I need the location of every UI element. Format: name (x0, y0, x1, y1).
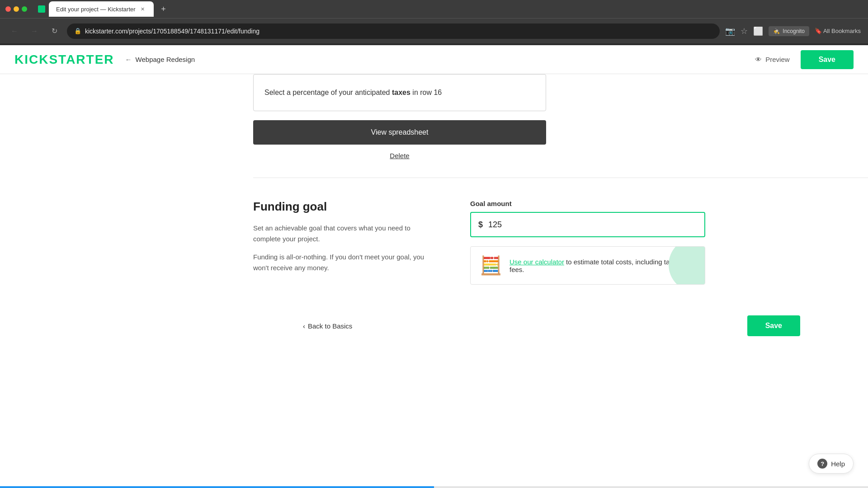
goal-amount-label: Goal amount (470, 200, 705, 207)
calculator-banner: 🧮 Use our calculator to estimate total c… (470, 246, 705, 285)
calculator-icon: 🧮 (480, 255, 502, 276)
funding-inner: Funding goal Set an achievable goal that… (253, 200, 705, 285)
main-content: Select a percentage of your anticipated … (0, 74, 868, 488)
hint-text: Select a percentage of your anticipated … (264, 87, 535, 98)
delete-link[interactable]: Delete (253, 152, 546, 160)
star-icon[interactable]: ☆ (741, 26, 748, 36)
goal-input-wrapper[interactable]: $ (470, 212, 705, 237)
back-to-basics-button[interactable]: ‹ Back to Basics (303, 322, 352, 330)
address-bar[interactable]: 🔒 kickstarter.com/projects/1705188549/17… (67, 23, 720, 39)
lock-icon: 🔒 (74, 28, 81, 34)
save-button-bottom[interactable]: Save (747, 315, 800, 336)
help-button[interactable]: ? Help (809, 454, 854, 474)
incognito-badge: 🕵 Incognito (769, 26, 809, 36)
bottom-actions: ‹ Back to Basics Save (303, 306, 818, 345)
back-button[interactable]: ← (7, 24, 22, 38)
help-label: Help (831, 460, 845, 468)
browser-actions: 📷 ☆ ⬜ 🕵 Incognito 🔖 All Bookmarks (725, 26, 861, 36)
calculator-link[interactable]: Use our calculator (509, 258, 564, 266)
window-close[interactable] (5, 6, 11, 12)
help-icon: ? (817, 459, 827, 469)
tax-hint-section: Select a percentage of your anticipated … (253, 74, 561, 160)
tab-favicon (38, 5, 45, 13)
new-tab-button[interactable]: + (157, 3, 170, 15)
window-maximize[interactable] (22, 6, 27, 12)
breadcrumb-text: Webpage Redesign (136, 56, 195, 63)
breadcrumb: ← Webpage Redesign (125, 56, 195, 63)
breadcrumb-arrow[interactable]: ← (125, 56, 132, 63)
calculator-decoration (669, 247, 705, 284)
browser-tab[interactable]: Edit your project — Kickstarter ✕ (49, 1, 154, 17)
camera-off-icon: 📷 (725, 26, 735, 36)
window-minimize[interactable] (14, 6, 19, 12)
preview-button[interactable]: 👁 Preview (755, 56, 789, 63)
nav-right: 👁 Preview Save (755, 50, 854, 69)
funding-title: Funding goal (253, 200, 434, 214)
tab-close-button[interactable]: ✕ (139, 5, 146, 13)
view-spreadsheet-button[interactable]: View spreadsheet (253, 120, 546, 145)
funding-desc-1: Set an achievable goal that covers what … (253, 223, 434, 244)
left-area (0, 74, 253, 488)
funding-goal-section: Funding goal Set an achievable goal that… (253, 178, 868, 306)
forward-button[interactable]: → (27, 24, 42, 38)
incognito-icon: 🕵 (773, 28, 780, 34)
browser-toolbar: ← → ↻ 🔒 kickstarter.com/projects/1705188… (0, 18, 868, 43)
hint-box: Select a percentage of your anticipated … (253, 74, 546, 111)
all-bookmarks-text: 🔖 All Bookmarks (815, 28, 861, 34)
funding-right: Goal amount $ 🧮 Use our calculator to es… (470, 200, 705, 285)
eye-icon: 👁 (755, 56, 762, 63)
right-content: Select a percentage of your anticipated … (253, 74, 868, 488)
back-arrow-icon: ‹ (303, 322, 305, 330)
nav-left: KICKSTARTER ← Webpage Redesign (14, 52, 195, 67)
goal-input[interactable] (488, 220, 697, 230)
funding-left: Funding goal Set an achievable goal that… (253, 200, 434, 285)
save-button-top[interactable]: Save (801, 50, 854, 69)
url-text: kickstarter.com/projects/1705188549/1748… (85, 28, 259, 35)
funding-desc-2: Funding is all-or-nothing. If you don't … (253, 252, 434, 273)
tablet-icon: ⬜ (753, 26, 763, 36)
browser-chrome: Edit your project — Kickstarter ✕ + ← → … (0, 0, 868, 45)
dollar-sign: $ (478, 220, 483, 230)
tab-title: Edit your project — Kickstarter (56, 6, 136, 13)
decoration-leaf (669, 247, 705, 284)
kickstarter-logo: KICKSTARTER (14, 52, 114, 67)
page-content: KICKSTARTER ← Webpage Redesign 👁 Preview… (0, 45, 868, 488)
progress-bar (0, 486, 434, 488)
refresh-button[interactable]: ↻ (47, 24, 61, 38)
calculator-text: Use our calculator to estimate total cos… (509, 258, 696, 273)
browser-titlebar: Edit your project — Kickstarter ✕ + (0, 0, 868, 18)
progress-bar-container (0, 486, 868, 488)
top-nav: KICKSTARTER ← Webpage Redesign 👁 Preview… (0, 45, 868, 74)
